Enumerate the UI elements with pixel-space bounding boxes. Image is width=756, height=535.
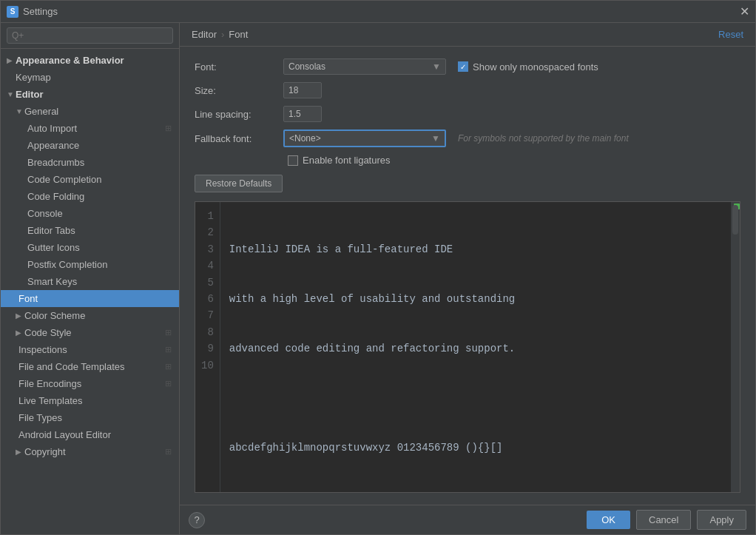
sidebar-item-code-style[interactable]: ▶ Code Style ⊞ bbox=[1, 324, 179, 341]
sidebar-tree: ▶ Appearance & Behavior Keymap ▼ bbox=[1, 49, 179, 534]
fallback-label: Fallback font: bbox=[195, 133, 283, 144]
font-label: Font: bbox=[195, 61, 283, 73]
fallback-hint: For symbols not supported by the main fo… bbox=[458, 133, 629, 144]
sidebar-item-gutter-icons[interactable]: Gutter Icons bbox=[1, 239, 179, 256]
sidebar-item-inspections[interactable]: Inspections ⊞ bbox=[1, 341, 179, 358]
sidebar-item-label: Postfix Completion bbox=[27, 259, 107, 270]
badge-icon: ⊞ bbox=[165, 124, 172, 133]
settings-window: S Settings ✕ ▶ Appearance & Behavior bbox=[0, 0, 756, 535]
ligatures-label: Enable font ligatures bbox=[303, 155, 391, 166]
search-box bbox=[1, 23, 179, 49]
font-form: Font: Consolas ▼ ✓ Show only monospaced … bbox=[195, 58, 740, 192]
sidebar-item-label: Appearance bbox=[27, 140, 79, 151]
sidebar-item-file-encodings[interactable]: File Encodings ⊞ bbox=[1, 375, 179, 392]
fallback-value: <None> bbox=[289, 133, 321, 144]
scrollbar-thumb[interactable] bbox=[732, 205, 738, 235]
apply-button[interactable]: Apply bbox=[697, 510, 746, 530]
expand-arrow: ▼ bbox=[7, 90, 16, 98]
dropdown-arrow-icon: ▼ bbox=[431, 133, 440, 144]
sidebar-item-android-layout-editor[interactable]: Android Layout Editor bbox=[1, 426, 179, 443]
size-label: Size: bbox=[195, 85, 283, 96]
line-spacing-input[interactable] bbox=[283, 106, 322, 122]
restore-defaults-button[interactable]: Restore Defaults bbox=[195, 175, 283, 192]
help-button[interactable]: ? bbox=[189, 512, 205, 528]
code-line-1: IntelliJ IDEA is a full-featured IDE bbox=[229, 241, 722, 258]
badge-icon: ⊞ bbox=[165, 345, 172, 354]
sidebar-item-general[interactable]: ▼ General bbox=[1, 103, 179, 120]
sidebar-item-label: Code Folding bbox=[27, 191, 84, 202]
reset-button[interactable]: Reset bbox=[718, 29, 743, 40]
font-dropdown[interactable]: Consolas ▼ bbox=[283, 58, 446, 75]
sidebar-item-label: Code Style bbox=[24, 327, 72, 338]
line-spacing-label: Line spacing: bbox=[195, 109, 283, 120]
ligatures-checkbox[interactable] bbox=[288, 155, 298, 166]
size-input[interactable] bbox=[283, 82, 322, 98]
sidebar-item-label: Editor bbox=[16, 89, 44, 100]
sidebar-item-postfix-completion[interactable]: Postfix Completion bbox=[1, 256, 179, 273]
line-spacing-row: Line spacing: bbox=[195, 106, 740, 122]
bottom-bar: ? OK Cancel Apply bbox=[180, 505, 755, 534]
sidebar-item-label: Appearance & Behavior bbox=[16, 55, 124, 66]
sidebar-item-label: General bbox=[24, 106, 58, 117]
window-title: Settings bbox=[23, 6, 58, 17]
sidebar-item-label: Breadcrumbs bbox=[27, 157, 84, 168]
font-value: Consolas bbox=[288, 61, 325, 72]
app-icon: S bbox=[7, 6, 18, 18]
code-line-3: advanced code editing and refactoring su… bbox=[229, 340, 722, 357]
monospace-checkbox[interactable]: ✓ bbox=[458, 61, 468, 72]
sidebar-item-label: Inspections bbox=[18, 344, 67, 355]
badge-icon: ⊞ bbox=[165, 328, 172, 337]
sidebar-item-label: Smart Keys bbox=[27, 276, 77, 287]
panel-body: Font: Consolas ▼ ✓ Show only monospaced … bbox=[180, 47, 755, 505]
sidebar-item-console[interactable]: Console bbox=[1, 205, 179, 222]
sidebar-item-smart-keys[interactable]: Smart Keys bbox=[1, 273, 179, 290]
cancel-button[interactable]: Cancel bbox=[636, 510, 691, 530]
sidebar-item-label: Gutter Icons bbox=[27, 242, 80, 253]
sidebar-item-label: File and Code Templates bbox=[18, 361, 125, 372]
expand-arrow: ▶ bbox=[16, 448, 24, 456]
size-row: Size: bbox=[195, 82, 740, 98]
code-line-4 bbox=[229, 390, 722, 406]
search-input[interactable] bbox=[7, 27, 173, 44]
sidebar-item-label: Color Scheme bbox=[24, 310, 85, 321]
sidebar-item-label: Font bbox=[18, 293, 38, 304]
code-preview-content: IntelliJ IDEA is a full-featured IDE wit… bbox=[220, 202, 731, 492]
breadcrumb-current: Font bbox=[229, 29, 248, 40]
sidebar-item-editor-tabs[interactable]: Editor Tabs bbox=[1, 222, 179, 239]
sidebar-item-appearance[interactable]: Appearance bbox=[1, 137, 179, 154]
font-row: Font: Consolas ▼ ✓ Show only monospaced … bbox=[195, 58, 740, 75]
sidebar-item-auto-import[interactable]: Auto Import ⊞ bbox=[1, 120, 179, 137]
sidebar-item-breadcrumbs[interactable]: Breadcrumbs bbox=[1, 154, 179, 171]
ok-button[interactable]: OK bbox=[587, 511, 630, 529]
sidebar-item-color-scheme[interactable]: ▶ Color Scheme bbox=[1, 307, 179, 324]
check-icon: ✓ bbox=[460, 63, 466, 71]
sidebar: ▶ Appearance & Behavior Keymap ▼ bbox=[1, 23, 180, 534]
sidebar-item-copyright[interactable]: ▶ Copyright ⊞ bbox=[1, 443, 179, 460]
fallback-font-row: Fallback font: <None> ▼ For symbols not … bbox=[195, 129, 740, 147]
ligatures-row: Enable font ligatures bbox=[195, 155, 740, 166]
sidebar-item-editor[interactable]: ▼ Editor bbox=[1, 86, 179, 103]
sidebar-item-file-types[interactable]: File Types bbox=[1, 409, 179, 426]
line-number: 7 bbox=[201, 307, 214, 323]
sidebar-item-code-folding[interactable]: Code Folding bbox=[1, 188, 179, 205]
code-line-5: abcdefghijklmnopqrstuvwxyz 0123456789 ()… bbox=[229, 440, 722, 456]
sidebar-item-live-templates[interactable]: Live Templates bbox=[1, 392, 179, 409]
sidebar-item-label: Copyright bbox=[24, 446, 66, 457]
sidebar-item-code-completion[interactable]: Code Completion bbox=[1, 171, 179, 188]
fallback-font-dropdown[interactable]: <None> ▼ bbox=[283, 129, 446, 147]
sidebar-item-font[interactable]: Font bbox=[1, 290, 179, 307]
line-number: 8 bbox=[201, 324, 214, 340]
breadcrumb-parent: Editor bbox=[192, 29, 217, 40]
sidebar-item-appearance-behavior[interactable]: ▶ Appearance & Behavior bbox=[1, 52, 179, 69]
code-line-2: with a high level of usability and outst… bbox=[229, 291, 722, 307]
badge-icon: ⊞ bbox=[165, 379, 172, 388]
sidebar-item-keymap[interactable]: Keymap bbox=[1, 69, 179, 86]
dropdown-arrow-icon: ▼ bbox=[432, 61, 441, 72]
sidebar-item-label: Code Completion bbox=[27, 174, 101, 185]
expand-arrow: ▼ bbox=[16, 107, 24, 115]
line-number: 10 bbox=[201, 357, 214, 374]
expand-arrow: ▶ bbox=[16, 329, 24, 337]
sidebar-item-file-code-templates[interactable]: File and Code Templates ⊞ bbox=[1, 358, 179, 375]
preview-scrollbar[interactable] bbox=[731, 202, 740, 492]
close-button[interactable]: ✕ bbox=[740, 6, 749, 18]
